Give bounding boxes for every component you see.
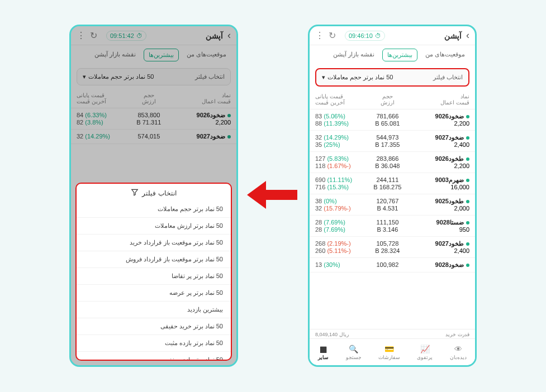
close-price: (5.06%) 83 (315, 113, 363, 120)
chevron-down-icon: ▾ (322, 74, 325, 81)
col-value: ارزش (363, 99, 411, 106)
nav-portfolio[interactable]: 📈پرتفوی (417, 345, 433, 360)
tab-my-positions[interactable]: موقعیت‌های من (421, 49, 469, 61)
table-row[interactable]: طخود9027 105,728 (-2.19%) 268 2,400 28.3… (310, 237, 475, 258)
strike-text: 2,400 (412, 247, 470, 254)
nav-label: جستجو (346, 355, 362, 360)
value-text: 168.275 B (363, 184, 411, 190)
close-price: (11.11%) 690 (315, 176, 363, 184)
filter-option[interactable]: بیشترین بازدید (77, 302, 231, 318)
col-volume: حجم (363, 93, 411, 99)
value-text: 3.146 B (363, 226, 411, 233)
symbol-text: ضخود9027 (435, 134, 464, 141)
table-row[interactable]: ضخود9027 544,973 (14.29%) 32 2,400 17.35… (310, 131, 475, 152)
filter-option[interactable]: 50 نماد برتر پر تقاضا (77, 268, 231, 285)
eye-icon: 👁 (454, 345, 462, 353)
filter-sheet-title: انتخاب فیلتر (142, 189, 176, 197)
phone-list-view: › آپشن ⏱ 09:46:10 ↻ ⋮ موقعیت‌های من بیشت… (308, 25, 477, 367)
volume-text: 244,111 (363, 176, 411, 184)
portfolio-icon: 📈 (420, 345, 430, 353)
back-icon[interactable]: › (466, 30, 469, 41)
nav-watchlist[interactable]: 👁دیده‌بان (450, 345, 467, 360)
filter-option[interactable]: 50 نماد برتر موقعیت باز قرارداد فروش (77, 251, 231, 268)
volume-text: 105,728 (363, 240, 411, 247)
symbol-text: ضخود9028 (435, 261, 464, 269)
filter-option[interactable]: 50 نماد برتر ارزش معاملات (77, 218, 231, 235)
table-row[interactable]: طخود9025 120,767 (0%) 38 2,000 4.531 B (… (310, 194, 475, 216)
filter-selector[interactable]: انتخاب فیلتر 50 نماد برتر حجم معاملات ▾ (315, 68, 469, 87)
nav-label: پرتفوی (417, 355, 433, 360)
col-strike: قیمت اعمال (412, 99, 470, 106)
filter-option[interactable]: 50 نماد برتر بازده منفی (77, 352, 231, 361)
svg-marker-0 (132, 189, 138, 195)
bottom-nav: 👁دیده‌بان 📈پرتفوی 💳سفارشات 🔍جستجو ▦سایر (310, 338, 475, 365)
filter-option[interactable]: 50 نماد برتر موقعیت باز قرارداد خرید (77, 235, 231, 251)
filter-icon (131, 188, 139, 198)
volume-text: 111,150 (363, 219, 411, 226)
value-text: 36.048 B (363, 162, 411, 169)
filter-label: انتخاب فیلتر (433, 74, 463, 81)
orders-icon: 💳 (384, 345, 394, 353)
nav-other[interactable]: ▦سایر (318, 345, 329, 360)
col-symbol: نماد (412, 93, 470, 99)
status-dot-icon (466, 242, 469, 246)
filter-option[interactable]: 50 نماد برتر پر عرضه (77, 285, 231, 302)
value-text: 28.324 B (363, 247, 411, 254)
more-icon[interactable]: ⋮ (315, 30, 324, 41)
strike-text: 2,200 (412, 120, 470, 127)
value-text: 17.355 B (363, 141, 411, 148)
filter-option[interactable]: 50 نماد برتر حجم معاملات (77, 201, 231, 218)
close-price: (5.83%) 127 (315, 155, 363, 162)
topbar: › آپشن ⏱ 09:46:10 ↻ ⋮ (310, 26, 475, 45)
status-dot-icon (466, 221, 469, 224)
last-price: (-5.11%) 260 (315, 247, 363, 254)
nav-orders[interactable]: 💳سفارشات (378, 345, 400, 360)
last-price: (-15.79%) 32 (315, 205, 363, 212)
buying-power-bar: قدرت خرید 8,049,140 ریال (310, 329, 475, 338)
status-dot-icon (466, 264, 469, 267)
symbol-text: ضستا9028 (436, 219, 464, 226)
table-row[interactable]: ضخود9026 781,666 (5.06%) 83 2,200 65.081… (310, 109, 475, 131)
table-body: ضخود9026 781,666 (5.06%) 83 2,200 65.081… (310, 109, 475, 273)
close-price: (14.29%) 32 (315, 134, 363, 141)
symbol-text: طخود9026 (435, 155, 464, 162)
table-row[interactable]: ضهرم9003 244,111 (11.11%) 690 16,000 168… (310, 173, 475, 194)
buying-power-label: قدرت خرید (445, 332, 469, 337)
volume-text: 544,973 (363, 134, 411, 141)
strike-text: 2,200 (412, 162, 470, 169)
nav-search[interactable]: 🔍جستجو (346, 345, 362, 360)
phone-filter-sheet: › آپشن ⏱ 09:51:42 ↻ ⋮ موقعیت‌های من بیشت… (69, 25, 238, 367)
table-row[interactable]: ضستا9028 111,150 (7.69%) 28 950 3.146 B … (310, 216, 475, 237)
market-time: ⏱ 09:46:10 (345, 31, 385, 41)
value-text: 65.081 B (363, 120, 411, 127)
filter-selected-text: 50 نماد برتر حجم معاملات (327, 74, 393, 81)
table-row[interactable]: ضخود9028 100,982 (30%) 13 (310, 258, 475, 273)
tabs: موقعیت‌های من بیشترین‌ها نقشه بازار آپشن (310, 45, 475, 65)
time-text: 09:46:10 (349, 32, 373, 39)
refresh-icon[interactable]: ↻ (329, 30, 336, 41)
symbol-text: ضهرم9003 (435, 176, 464, 184)
col-close: قیمت پایانی (315, 93, 363, 99)
volume-text: 100,982 (363, 261, 411, 269)
nav-label: دیده‌بان (450, 355, 467, 360)
close-price: (7.69%) 28 (315, 219, 363, 226)
last-price: (25%) 35 (315, 141, 363, 148)
last-price: (11.39%) 88 (315, 120, 363, 127)
strike-text: 16,000 (412, 184, 470, 190)
col-last: آخرین قیمت (315, 99, 363, 106)
status-dot-icon (466, 136, 469, 140)
tab-top[interactable]: بیشترین‌ها (382, 49, 417, 61)
tab-market-map[interactable]: نقشه بازار آپشن (329, 49, 379, 61)
symbol-text: ضخود9026 (435, 113, 464, 120)
filter-option[interactable]: 50 نماد برتر بازده مثبت (77, 335, 231, 352)
close-price: (0%) 38 (315, 198, 363, 205)
flow-arrow-icon (247, 181, 297, 209)
table-row[interactable]: طخود9026 283,866 (5.83%) 127 2,200 36.04… (310, 152, 475, 173)
filter-option[interactable]: 50 نماد برتر خرید حقیقی (77, 318, 231, 335)
close-price: (30%) 13 (315, 261, 363, 269)
table-header: نماد قیمت اعمال حجم ارزش قیمت پایانی آخر… (310, 90, 475, 109)
strike-text: 950 (412, 226, 470, 233)
value-text: 4.531 B (363, 205, 411, 212)
volume-text: 283,866 (363, 155, 411, 162)
last-price: (-1.67%) 118 (315, 162, 363, 169)
